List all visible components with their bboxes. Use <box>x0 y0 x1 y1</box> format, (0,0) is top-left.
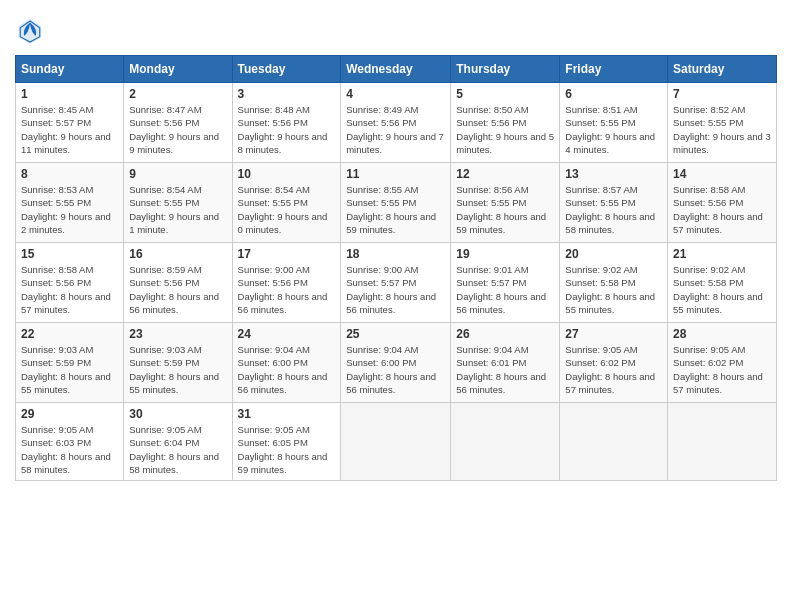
calendar-cell: 15Sunrise: 8:58 AM Sunset: 5:56 PM Dayli… <box>16 243 124 323</box>
day-number: 9 <box>129 167 226 181</box>
day-number: 14 <box>673 167 771 181</box>
calendar-table: SundayMondayTuesdayWednesdayThursdayFrid… <box>15 55 777 481</box>
calendar-cell: 3Sunrise: 8:48 AM Sunset: 5:56 PM Daylig… <box>232 83 341 163</box>
calendar-cell <box>341 403 451 481</box>
calendar-cell: 27Sunrise: 9:05 AM Sunset: 6:02 PM Dayli… <box>560 323 668 403</box>
day-number: 7 <box>673 87 771 101</box>
day-info: Sunrise: 9:04 AM Sunset: 6:01 PM Dayligh… <box>456 343 554 396</box>
calendar-week-row: 22Sunrise: 9:03 AM Sunset: 5:59 PM Dayli… <box>16 323 777 403</box>
page-header <box>15 15 777 45</box>
calendar-cell: 26Sunrise: 9:04 AM Sunset: 6:01 PM Dayli… <box>451 323 560 403</box>
day-info: Sunrise: 9:05 AM Sunset: 6:02 PM Dayligh… <box>565 343 662 396</box>
day-info: Sunrise: 8:54 AM Sunset: 5:55 PM Dayligh… <box>129 183 226 236</box>
day-info: Sunrise: 9:03 AM Sunset: 5:59 PM Dayligh… <box>21 343 118 396</box>
calendar-cell: 17Sunrise: 9:00 AM Sunset: 5:56 PM Dayli… <box>232 243 341 323</box>
day-number: 28 <box>673 327 771 341</box>
calendar-cell: 14Sunrise: 8:58 AM Sunset: 5:56 PM Dayli… <box>668 163 777 243</box>
logo <box>15 15 47 45</box>
day-number: 22 <box>21 327 118 341</box>
day-number: 24 <box>238 327 336 341</box>
day-number: 29 <box>21 407 118 421</box>
calendar-week-row: 8Sunrise: 8:53 AM Sunset: 5:55 PM Daylig… <box>16 163 777 243</box>
calendar-cell: 12Sunrise: 8:56 AM Sunset: 5:55 PM Dayli… <box>451 163 560 243</box>
day-number: 27 <box>565 327 662 341</box>
calendar-cell: 16Sunrise: 8:59 AM Sunset: 5:56 PM Dayli… <box>124 243 232 323</box>
day-info: Sunrise: 8:51 AM Sunset: 5:55 PM Dayligh… <box>565 103 662 156</box>
day-info: Sunrise: 8:45 AM Sunset: 5:57 PM Dayligh… <box>21 103 118 156</box>
day-info: Sunrise: 8:56 AM Sunset: 5:55 PM Dayligh… <box>456 183 554 236</box>
logo-icon <box>15 15 45 45</box>
day-number: 8 <box>21 167 118 181</box>
calendar-cell: 13Sunrise: 8:57 AM Sunset: 5:55 PM Dayli… <box>560 163 668 243</box>
day-info: Sunrise: 9:05 AM Sunset: 6:04 PM Dayligh… <box>129 423 226 476</box>
day-info: Sunrise: 9:02 AM Sunset: 5:58 PM Dayligh… <box>673 263 771 316</box>
calendar-cell: 8Sunrise: 8:53 AM Sunset: 5:55 PM Daylig… <box>16 163 124 243</box>
calendar-cell: 31Sunrise: 9:05 AM Sunset: 6:05 PM Dayli… <box>232 403 341 481</box>
calendar-cell: 22Sunrise: 9:03 AM Sunset: 5:59 PM Dayli… <box>16 323 124 403</box>
day-info: Sunrise: 9:05 AM Sunset: 6:02 PM Dayligh… <box>673 343 771 396</box>
day-number: 10 <box>238 167 336 181</box>
day-header-tuesday: Tuesday <box>232 56 341 83</box>
day-number: 13 <box>565 167 662 181</box>
day-info: Sunrise: 8:49 AM Sunset: 5:56 PM Dayligh… <box>346 103 445 156</box>
page-container: SundayMondayTuesdayWednesdayThursdayFrid… <box>0 0 792 491</box>
calendar-cell: 2Sunrise: 8:47 AM Sunset: 5:56 PM Daylig… <box>124 83 232 163</box>
calendar-header-row: SundayMondayTuesdayWednesdayThursdayFrid… <box>16 56 777 83</box>
calendar-cell <box>560 403 668 481</box>
day-number: 31 <box>238 407 336 421</box>
day-number: 1 <box>21 87 118 101</box>
day-header-friday: Friday <box>560 56 668 83</box>
day-info: Sunrise: 8:58 AM Sunset: 5:56 PM Dayligh… <box>673 183 771 236</box>
calendar-cell: 1Sunrise: 8:45 AM Sunset: 5:57 PM Daylig… <box>16 83 124 163</box>
calendar-cell <box>451 403 560 481</box>
svg-marker-0 <box>19 19 42 44</box>
day-header-thursday: Thursday <box>451 56 560 83</box>
day-number: 19 <box>456 247 554 261</box>
day-number: 4 <box>346 87 445 101</box>
day-number: 2 <box>129 87 226 101</box>
day-number: 20 <box>565 247 662 261</box>
day-info: Sunrise: 9:00 AM Sunset: 5:56 PM Dayligh… <box>238 263 336 316</box>
day-number: 17 <box>238 247 336 261</box>
calendar-cell: 7Sunrise: 8:52 AM Sunset: 5:55 PM Daylig… <box>668 83 777 163</box>
calendar-cell: 29Sunrise: 9:05 AM Sunset: 6:03 PM Dayli… <box>16 403 124 481</box>
day-info: Sunrise: 8:54 AM Sunset: 5:55 PM Dayligh… <box>238 183 336 236</box>
day-number: 15 <box>21 247 118 261</box>
day-header-saturday: Saturday <box>668 56 777 83</box>
calendar-cell: 19Sunrise: 9:01 AM Sunset: 5:57 PM Dayli… <box>451 243 560 323</box>
calendar-cell: 18Sunrise: 9:00 AM Sunset: 5:57 PM Dayli… <box>341 243 451 323</box>
day-header-sunday: Sunday <box>16 56 124 83</box>
day-info: Sunrise: 8:48 AM Sunset: 5:56 PM Dayligh… <box>238 103 336 156</box>
day-number: 12 <box>456 167 554 181</box>
calendar-cell: 23Sunrise: 9:03 AM Sunset: 5:59 PM Dayli… <box>124 323 232 403</box>
day-number: 30 <box>129 407 226 421</box>
calendar-cell <box>668 403 777 481</box>
day-number: 3 <box>238 87 336 101</box>
day-info: Sunrise: 8:58 AM Sunset: 5:56 PM Dayligh… <box>21 263 118 316</box>
day-header-monday: Monday <box>124 56 232 83</box>
day-info: Sunrise: 9:05 AM Sunset: 6:03 PM Dayligh… <box>21 423 118 476</box>
calendar-cell: 9Sunrise: 8:54 AM Sunset: 5:55 PM Daylig… <box>124 163 232 243</box>
day-info: Sunrise: 9:01 AM Sunset: 5:57 PM Dayligh… <box>456 263 554 316</box>
day-info: Sunrise: 9:04 AM Sunset: 6:00 PM Dayligh… <box>346 343 445 396</box>
calendar-cell: 21Sunrise: 9:02 AM Sunset: 5:58 PM Dayli… <box>668 243 777 323</box>
day-header-wednesday: Wednesday <box>341 56 451 83</box>
day-number: 11 <box>346 167 445 181</box>
calendar-cell: 20Sunrise: 9:02 AM Sunset: 5:58 PM Dayli… <box>560 243 668 323</box>
day-number: 26 <box>456 327 554 341</box>
day-info: Sunrise: 8:47 AM Sunset: 5:56 PM Dayligh… <box>129 103 226 156</box>
calendar-cell: 4Sunrise: 8:49 AM Sunset: 5:56 PM Daylig… <box>341 83 451 163</box>
calendar-cell: 5Sunrise: 8:50 AM Sunset: 5:56 PM Daylig… <box>451 83 560 163</box>
day-number: 18 <box>346 247 445 261</box>
calendar-week-row: 1Sunrise: 8:45 AM Sunset: 5:57 PM Daylig… <box>16 83 777 163</box>
day-info: Sunrise: 8:57 AM Sunset: 5:55 PM Dayligh… <box>565 183 662 236</box>
calendar-cell: 10Sunrise: 8:54 AM Sunset: 5:55 PM Dayli… <box>232 163 341 243</box>
day-info: Sunrise: 8:55 AM Sunset: 5:55 PM Dayligh… <box>346 183 445 236</box>
day-number: 5 <box>456 87 554 101</box>
calendar-cell: 28Sunrise: 9:05 AM Sunset: 6:02 PM Dayli… <box>668 323 777 403</box>
day-info: Sunrise: 9:05 AM Sunset: 6:05 PM Dayligh… <box>238 423 336 476</box>
day-info: Sunrise: 9:03 AM Sunset: 5:59 PM Dayligh… <box>129 343 226 396</box>
calendar-cell: 6Sunrise: 8:51 AM Sunset: 5:55 PM Daylig… <box>560 83 668 163</box>
calendar-cell: 30Sunrise: 9:05 AM Sunset: 6:04 PM Dayli… <box>124 403 232 481</box>
calendar-week-row: 29Sunrise: 9:05 AM Sunset: 6:03 PM Dayli… <box>16 403 777 481</box>
